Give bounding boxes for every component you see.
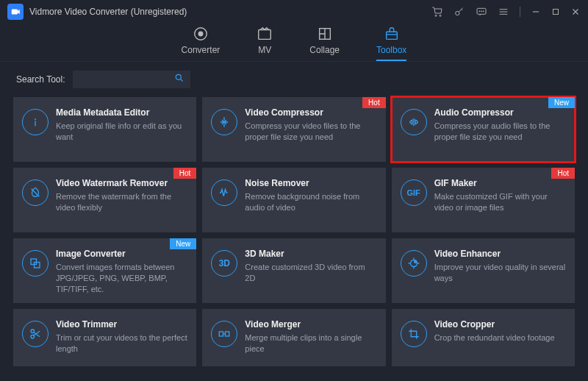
tool-title: Video Cropper — [434, 319, 566, 330]
svg-rect-16 — [31, 259, 37, 265]
svg-point-6 — [481, 11, 481, 12]
window-controls — [431, 6, 581, 18]
app-logo — [7, 4, 24, 20]
tool-title: Media Metadata Editor — [56, 107, 187, 118]
svg-rect-23 — [226, 332, 229, 336]
close-button[interactable] — [570, 7, 581, 17]
tool-desc: Keep original file info or edit as you w… — [56, 121, 187, 143]
search-icon[interactable] — [174, 73, 184, 86]
svg-rect-11 — [259, 30, 271, 40]
key-icon[interactable] — [453, 6, 465, 18]
search-input[interactable] — [60, 74, 174, 85]
tab-mv[interactable]: MV — [257, 26, 273, 61]
tool-desc: Trim or cut your videos to the perfect l… — [56, 332, 187, 355]
tool-title: Audio Compressor — [434, 107, 566, 118]
svg-point-14 — [176, 74, 181, 79]
tool-title: 3D Maker — [245, 249, 376, 259]
enhancer-icon — [401, 250, 427, 277]
compress-icon — [211, 109, 237, 135]
tool-desc: Compress your audio files to the proper … — [434, 121, 566, 143]
gif-icon: GIF — [401, 179, 427, 206]
tool-title: Video Watermark Remover — [56, 178, 187, 188]
tool-watermark-remover[interactable]: Hot Video Watermark Remover Remove the w… — [13, 168, 196, 232]
image-convert-icon — [22, 250, 49, 277]
tool-title: Video Enhancer — [434, 249, 566, 259]
cart-icon[interactable] — [431, 6, 443, 18]
tool-gif-maker[interactable]: Hot GIF GIF Maker Make customized GIF wi… — [392, 168, 575, 232]
tool-media-metadata[interactable]: Media Metadata Editor Keep original file… — [13, 97, 196, 162]
svg-rect-22 — [220, 332, 223, 336]
svg-rect-8 — [553, 10, 559, 15]
new-badge: New — [170, 238, 196, 249]
merger-icon — [211, 321, 237, 347]
tool-title: Image Converter — [56, 249, 187, 259]
search-label: Search Tool: — [16, 74, 65, 85]
svg-rect-0 — [12, 10, 18, 15]
app-title: Vidmore Video Converter (Unregistered) — [29, 7, 187, 17]
watermark-icon — [22, 179, 49, 206]
svg-point-10 — [198, 32, 203, 36]
svg-point-1 — [435, 15, 437, 16]
svg-rect-13 — [386, 32, 397, 39]
tool-title: Video Trimmer — [56, 319, 187, 330]
search-bar: Search Tool: — [0, 62, 588, 94]
tool-video-merger[interactable]: Video Merger Merge multiple clips into a… — [202, 309, 385, 366]
audio-compress-icon — [401, 109, 427, 135]
tool-title: Noise Remover — [245, 178, 376, 188]
tab-converter[interactable]: Converter — [182, 26, 220, 61]
tool-title: GIF Maker — [434, 178, 566, 188]
new-badge: New — [548, 97, 575, 108]
svg-rect-17 — [35, 263, 40, 268]
tool-desc: Remove background noise from audio of vi… — [245, 191, 376, 213]
tool-desc: Merge multiple clips into a single piece — [245, 332, 376, 355]
main-nav: Converter MV Collage Toolbox — [0, 24, 588, 62]
hot-badge: Hot — [173, 168, 197, 179]
tool-video-cropper[interactable]: Video Cropper Crop the redundant video f… — [392, 309, 575, 366]
tool-video-compressor[interactable]: Hot Video Compressor Compress your video… — [202, 97, 385, 162]
tools-grid: Media Metadata Editor Keep original file… — [0, 94, 588, 366]
search-input-wrap — [73, 71, 190, 88]
tool-title: Video Merger — [245, 319, 376, 330]
tool-title: Video Compressor — [245, 107, 376, 118]
tool-noise-remover[interactable]: Noise Remover Remove background noise fr… — [202, 168, 385, 232]
3d-icon: 3D — [211, 250, 237, 277]
maximize-button[interactable] — [551, 7, 560, 16]
tool-desc: Crop the redundant video footage — [434, 332, 566, 343]
tool-3d-maker[interactable]: 3D 3D Maker Create customized 3D video f… — [202, 238, 385, 303]
noise-icon — [211, 179, 237, 206]
tool-desc: Improve your video quality in several wa… — [434, 262, 566, 284]
tool-video-enhancer[interactable]: Video Enhancer Improve your video qualit… — [392, 238, 575, 303]
tool-image-converter[interactable]: New Image Converter Convert images forma… — [13, 238, 196, 303]
tool-desc: Compress your video files to the proper … — [245, 121, 376, 143]
tab-label: Converter — [182, 45, 220, 55]
tab-label: Collage — [309, 45, 340, 55]
tab-collage[interactable]: Collage — [309, 26, 340, 61]
converter-icon — [193, 26, 209, 42]
minimize-button[interactable] — [531, 7, 541, 17]
tool-video-trimmer[interactable]: Video Trimmer Trim or cut your videos to… — [13, 309, 196, 366]
menu-icon[interactable] — [498, 6, 509, 18]
tool-desc: Remove the watermark from the video flex… — [56, 191, 187, 213]
svg-point-5 — [479, 11, 480, 12]
tool-desc: Convert images formats between JPG/JPEG,… — [56, 262, 187, 295]
tool-audio-compressor[interactable]: New Audio Compressor Compress your audio… — [392, 97, 575, 162]
hot-badge: Hot — [362, 97, 386, 108]
svg-point-3 — [456, 11, 459, 15]
info-icon — [22, 109, 49, 135]
tab-toolbox[interactable]: Toolbox — [376, 26, 406, 61]
feedback-icon[interactable] — [476, 6, 487, 18]
svg-point-19 — [414, 260, 416, 263]
trimmer-icon — [22, 321, 49, 347]
titlebar: Vidmore Video Converter (Unregistered) — [0, 0, 588, 24]
svg-point-15 — [35, 119, 36, 120]
hot-badge: Hot — [551, 168, 575, 179]
mv-icon — [257, 26, 273, 42]
tool-desc: Create customized 3D video from 2D — [245, 262, 376, 284]
svg-point-7 — [483, 11, 484, 12]
tab-label: MV — [258, 45, 271, 55]
cropper-icon — [401, 321, 427, 347]
collage-icon — [317, 26, 333, 42]
toolbox-icon — [384, 26, 400, 42]
tool-desc: Make customized GIF with your video or i… — [434, 191, 566, 213]
tab-label: Toolbox — [376, 45, 406, 55]
